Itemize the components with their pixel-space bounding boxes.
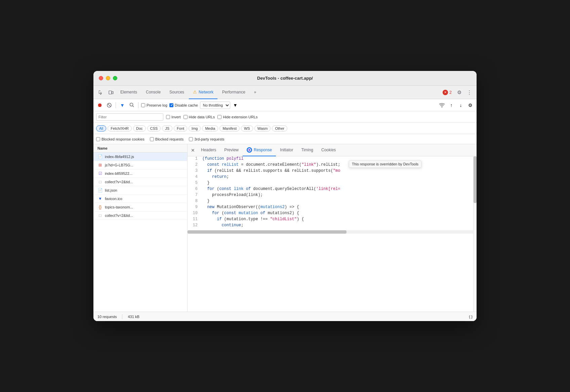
- list-item[interactable]: 📄 list.json: [93, 186, 187, 195]
- filter-icon[interactable]: ▼: [119, 102, 126, 109]
- tab-sources[interactable]: Sources: [165, 86, 188, 99]
- file-name: topics-taxonom...: [105, 205, 133, 209]
- code-line: 1 (function polyfil: [188, 156, 477, 162]
- list-item[interactable]: ▼ favicon.ico: [93, 195, 187, 203]
- file-name: favicon.ico: [105, 197, 122, 201]
- tab-headers[interactable]: Headers: [197, 144, 220, 156]
- tab-performance[interactable]: Performance: [218, 86, 249, 99]
- transfer-size: 431 kB: [128, 315, 139, 319]
- tab-cookies[interactable]: Cookies: [317, 144, 340, 156]
- type-filter-manifest[interactable]: Manifest: [219, 125, 240, 131]
- vertical-scrollbar-thumb[interactable]: [474, 156, 477, 203]
- tab-response[interactable]: Response: [243, 144, 276, 156]
- blocked-requests-checkbox[interactable]: [150, 137, 154, 141]
- separator-1: [116, 102, 116, 108]
- type-filter-font[interactable]: Font: [174, 125, 187, 131]
- code-line: 8 }: [188, 199, 477, 205]
- hide-data-urls-label[interactable]: Hide data URLs: [184, 115, 215, 119]
- type-filter-css[interactable]: CSS: [147, 125, 161, 131]
- list-item[interactable]: ☑ index-b859522...: [93, 169, 187, 178]
- vertical-scrollbar[interactable]: [473, 156, 477, 312]
- disable-cache-label[interactable]: Disable cache: [169, 103, 198, 107]
- settings-icon[interactable]: ⚙: [454, 88, 464, 97]
- invert-label[interactable]: Invert: [166, 115, 181, 119]
- details-close-button[interactable]: ✕: [189, 146, 197, 154]
- error-count-button[interactable]: ✕ 2: [441, 90, 454, 95]
- preserve-log-checkbox[interactable]: [141, 103, 145, 107]
- details-panel: ✕ Headers Preview Response Initi: [188, 144, 477, 312]
- hide-extension-urls-label[interactable]: Hide extension URLs: [217, 115, 257, 119]
- list-item[interactable]: ⊞ js?id=G-LB75G...: [93, 161, 187, 169]
- throttle-select[interactable]: No throttling: [200, 102, 230, 109]
- disable-cache-checkbox[interactable]: [169, 103, 173, 107]
- tab-more[interactable]: »: [250, 86, 260, 99]
- file-name: index-8bfa4912.js: [105, 155, 134, 159]
- svg-line-7: [132, 106, 134, 107]
- format-button[interactable]: { }: [469, 315, 473, 319]
- file-name: list.json: [105, 188, 117, 192]
- override-tooltip: This response is overridden by DevTools: [349, 160, 421, 168]
- more-options-icon[interactable]: ⋮: [464, 88, 474, 97]
- network-settings-icon[interactable]: ⚙: [466, 102, 474, 109]
- list-item[interactable]: □ collect?v=2&tid...: [93, 211, 187, 220]
- tab-network[interactable]: ⚠ Network: [189, 86, 217, 99]
- tab-timing[interactable]: Timing: [297, 144, 317, 156]
- file-name: collect?v=2&tid...: [105, 213, 133, 218]
- type-filter-img[interactable]: Img: [189, 125, 201, 131]
- tab-console[interactable]: Console: [142, 86, 165, 99]
- requests-count: 10 requests: [97, 315, 117, 319]
- device-toolbar-icon[interactable]: [106, 88, 116, 97]
- type-filter-wasm[interactable]: Wasm: [254, 125, 271, 131]
- type-filter-media[interactable]: Media: [202, 125, 218, 131]
- titlebar: DevTools - coffee-cart.app/: [93, 71, 477, 86]
- list-item[interactable]: □ collect?v=2&tid...: [93, 178, 187, 186]
- hide-data-urls-checkbox[interactable]: [184, 115, 188, 119]
- nav-bar: Elements Console Sources ⚠ Network Perfo…: [93, 86, 477, 99]
- svg-rect-2: [109, 91, 112, 94]
- close-button[interactable]: [99, 76, 103, 80]
- search-icon[interactable]: [128, 102, 135, 109]
- blocked-row: Blocked response cookies Blocked request…: [93, 134, 477, 144]
- blocked-cookies-label[interactable]: Blocked response cookies: [96, 137, 145, 141]
- wifi-icon[interactable]: [438, 102, 446, 109]
- svg-line-5: [108, 104, 111, 107]
- fullscreen-button[interactable]: [113, 76, 117, 80]
- tab-elements[interactable]: Elements: [116, 86, 141, 99]
- list-item[interactable]: {} topics-taxonom...: [93, 203, 187, 211]
- error-count-label: 2: [449, 90, 452, 95]
- horizontal-scrollbar-thumb[interactable]: [188, 230, 347, 234]
- list-item[interactable]: 📄 index-8bfa4912.js: [93, 153, 187, 161]
- throttle-dropdown-icon[interactable]: ▾: [232, 102, 238, 108]
- upload-icon[interactable]: ↑: [448, 102, 455, 109]
- file-icon-collect: □: [97, 213, 103, 218]
- type-filter-bar: All Fetch/XHR Doc CSS JS Font Img Media …: [93, 123, 477, 134]
- download-icon[interactable]: ↓: [457, 102, 464, 109]
- preserve-log-label[interactable]: Preserve log: [141, 103, 167, 107]
- file-icon-js: 📄: [97, 154, 103, 159]
- type-filter-js[interactable]: JS: [162, 125, 172, 131]
- hide-extension-urls-checkbox[interactable]: [217, 115, 221, 119]
- type-filter-doc[interactable]: Doc: [133, 125, 146, 131]
- filter-input[interactable]: [96, 113, 163, 121]
- file-icon-purple: ☑: [97, 171, 103, 176]
- type-filter-fetch-xhr[interactable]: Fetch/XHR: [108, 125, 132, 131]
- type-filter-all[interactable]: All: [96, 125, 106, 131]
- third-party-label[interactable]: 3rd-party requests: [189, 137, 224, 141]
- select-element-icon[interactable]: [96, 88, 106, 97]
- third-party-checkbox[interactable]: [189, 137, 193, 141]
- status-bar: 10 requests 431 kB { }: [93, 312, 477, 321]
- invert-checkbox[interactable]: [166, 115, 170, 119]
- blocked-cookies-checkbox[interactable]: [96, 137, 100, 141]
- svg-rect-0: [99, 90, 100, 91]
- blocked-requests-label[interactable]: Blocked requests: [150, 137, 184, 141]
- tab-preview[interactable]: Preview: [220, 144, 243, 156]
- code-viewer[interactable]: This response is overridden by DevTools …: [188, 156, 477, 312]
- clear-button[interactable]: [106, 102, 113, 109]
- record-button[interactable]: ⏺: [96, 102, 104, 109]
- tab-initiator[interactable]: Initiator: [276, 144, 297, 156]
- type-filter-other[interactable]: Other: [272, 125, 287, 131]
- horizontal-scrollbar[interactable]: [188, 230, 477, 234]
- type-filter-ws[interactable]: WS: [241, 125, 253, 131]
- minimize-button[interactable]: [106, 76, 110, 80]
- code-line: 4 return;: [188, 174, 477, 181]
